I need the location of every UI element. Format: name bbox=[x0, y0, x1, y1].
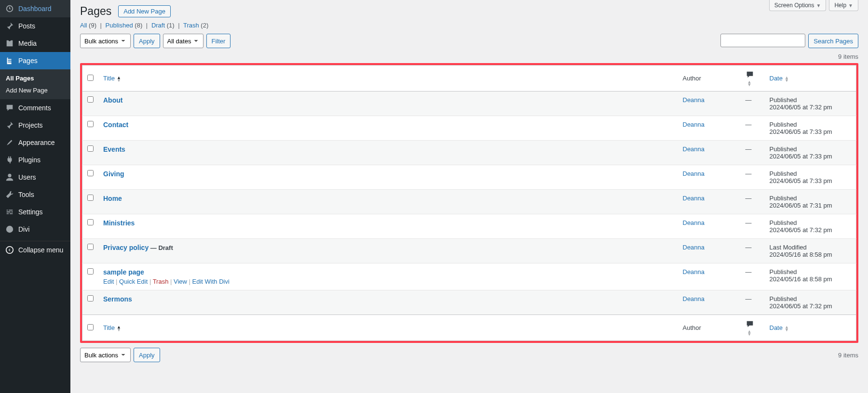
screen-options-tab[interactable]: Screen Options▼ bbox=[769, 0, 827, 11]
author-link[interactable]: Deanna bbox=[683, 195, 705, 202]
sidebar-item-label: Media bbox=[18, 39, 37, 47]
brush-icon bbox=[5, 138, 14, 147]
wrench-icon bbox=[5, 190, 14, 199]
help-tab[interactable]: Help▼ bbox=[829, 0, 858, 11]
table-row: Privacy policy — Draft Deanna — Last Mod… bbox=[82, 239, 856, 263]
sidebar-item-label: Collapse menu bbox=[18, 246, 63, 254]
row-checkbox[interactable] bbox=[87, 268, 94, 275]
row-edit-divi[interactable]: Edit With Divi bbox=[192, 278, 230, 285]
sidebar-item-pages[interactable]: Pages bbox=[0, 52, 70, 69]
row-checkbox[interactable] bbox=[87, 145, 94, 152]
submenu-add-new[interactable]: Add New Page bbox=[0, 84, 70, 96]
page-title-link[interactable]: Giving bbox=[103, 170, 124, 178]
author-link[interactable]: Deanna bbox=[683, 170, 705, 177]
dates-select[interactable]: All dates bbox=[163, 34, 203, 48]
search-input[interactable] bbox=[720, 34, 805, 47]
bulk-actions-select-bottom[interactable]: Bulk actions bbox=[80, 348, 131, 362]
author-link[interactable]: Deanna bbox=[683, 121, 705, 128]
date-cell: Published2024/06/05 at 7:32 pm bbox=[765, 214, 856, 239]
column-comments[interactable]: ▲▼ bbox=[741, 66, 765, 92]
page-title-link[interactable]: Contact bbox=[103, 121, 128, 129]
table-row: Home Deanna — Published2024/06/05 at 7:3… bbox=[82, 190, 856, 214]
column-title[interactable]: Title▲▼ bbox=[98, 66, 678, 92]
page-title-link[interactable]: Sermons bbox=[103, 295, 132, 303]
column-title-foot[interactable]: Title▲▼ bbox=[98, 315, 678, 341]
collapse-menu[interactable]: Collapse menu bbox=[0, 241, 70, 259]
page-title-link[interactable]: Events bbox=[103, 145, 125, 153]
sidebar-item-label: Tools bbox=[18, 191, 34, 198]
table-row: Sermons Deanna — Published2024/06/05 at … bbox=[82, 290, 856, 315]
dashboard-icon bbox=[5, 4, 14, 13]
divi-icon bbox=[5, 224, 14, 234]
bulk-actions-select[interactable]: Bulk actions bbox=[80, 34, 131, 48]
row-trash[interactable]: Trash bbox=[153, 278, 169, 285]
sidebar-item-label: Pages bbox=[18, 57, 38, 65]
column-author-foot[interactable]: Author bbox=[678, 315, 741, 341]
date-cell: Published2024/06/05 at 7:32 pm bbox=[765, 92, 856, 116]
add-new-page-button[interactable]: Add New Page bbox=[118, 5, 171, 17]
author-link[interactable]: Deanna bbox=[683, 244, 705, 251]
apply-button[interactable]: Apply bbox=[134, 34, 160, 48]
column-author[interactable]: Author bbox=[678, 66, 741, 92]
pin-icon bbox=[5, 120, 14, 130]
page-title-link[interactable]: Ministries bbox=[103, 219, 135, 227]
row-view[interactable]: View bbox=[174, 278, 187, 285]
filter-all[interactable]: All bbox=[80, 22, 87, 29]
table-row: Events Deanna — Published2024/06/05 at 7… bbox=[82, 141, 856, 165]
date-cell: Last Modified2024/05/16 at 8:58 pm bbox=[765, 239, 856, 263]
table-row: Giving Deanna — Published2024/06/05 at 7… bbox=[82, 165, 856, 190]
filter-trash[interactable]: Trash bbox=[183, 22, 199, 29]
row-checkbox[interactable] bbox=[87, 244, 94, 250]
column-date-foot[interactable]: Date▲▼ bbox=[765, 315, 856, 341]
select-all-checkbox-bottom[interactable] bbox=[87, 324, 94, 330]
author-link[interactable]: Deanna bbox=[683, 268, 705, 275]
sidebar-item-dashboard[interactable]: Dashboard bbox=[0, 0, 70, 17]
row-checkbox[interactable] bbox=[87, 170, 94, 176]
submenu-all-pages[interactable]: All Pages bbox=[0, 72, 70, 84]
filter-button[interactable]: Filter bbox=[206, 34, 231, 48]
sidebar-item-users[interactable]: Users bbox=[0, 169, 70, 186]
author-link[interactable]: Deanna bbox=[683, 145, 705, 153]
sidebar-item-settings[interactable]: Settings bbox=[0, 203, 70, 221]
sidebar-item-tools[interactable]: Tools bbox=[0, 186, 70, 203]
pages-icon bbox=[5, 56, 14, 66]
user-icon bbox=[5, 172, 14, 182]
sidebar-item-projects[interactable]: Projects bbox=[0, 117, 70, 134]
page-title-link[interactable]: sample page bbox=[103, 268, 144, 276]
filter-published[interactable]: Published bbox=[106, 22, 133, 29]
author-link[interactable]: Deanna bbox=[683, 96, 705, 104]
row-quick-edit[interactable]: Quick Edit bbox=[119, 278, 148, 285]
comments-cell: — bbox=[741, 141, 765, 165]
filter-draft[interactable]: Draft bbox=[151, 22, 165, 29]
sidebar-item-plugins[interactable]: Plugins bbox=[0, 151, 70, 169]
apply-button-bottom[interactable]: Apply bbox=[134, 348, 160, 362]
author-link[interactable]: Deanna bbox=[683, 295, 705, 302]
sidebar-item-label: Settings bbox=[18, 208, 43, 216]
sidebar-item-divi[interactable]: Divi bbox=[0, 221, 70, 238]
search-button[interactable]: Search Pages bbox=[808, 34, 858, 48]
column-comments-foot[interactable]: ▲▼ bbox=[741, 315, 765, 341]
sliders-icon bbox=[5, 207, 14, 217]
author-link[interactable]: Deanna bbox=[683, 219, 705, 226]
sidebar-item-media[interactable]: Media bbox=[0, 35, 70, 52]
column-date[interactable]: Date▲▼ bbox=[765, 66, 856, 92]
page-title-link[interactable]: Privacy policy bbox=[103, 244, 149, 251]
row-checkbox[interactable] bbox=[87, 121, 94, 127]
item-count-top: 9 items bbox=[838, 53, 858, 60]
main-content: Screen Options▼ Help▼ Pages Add New Page… bbox=[70, 0, 868, 393]
select-all-checkbox[interactable] bbox=[87, 75, 94, 81]
sidebar-item-appearance[interactable]: Appearance bbox=[0, 134, 70, 151]
sidebar-item-label: Posts bbox=[18, 22, 35, 30]
comments-cell: — bbox=[741, 263, 765, 290]
page-title-link[interactable]: Home bbox=[103, 195, 122, 202]
comment-icon bbox=[746, 70, 754, 78]
row-checkbox[interactable] bbox=[87, 295, 94, 301]
row-checkbox[interactable] bbox=[87, 219, 94, 225]
sidebar-item-label: Plugins bbox=[18, 156, 41, 164]
row-checkbox[interactable] bbox=[87, 195, 94, 201]
page-title-link[interactable]: About bbox=[103, 96, 122, 104]
row-edit[interactable]: Edit bbox=[103, 278, 114, 285]
sidebar-item-posts[interactable]: Posts bbox=[0, 17, 70, 35]
sidebar-item-comments[interactable]: Comments bbox=[0, 99, 70, 117]
row-checkbox[interactable] bbox=[87, 96, 94, 103]
